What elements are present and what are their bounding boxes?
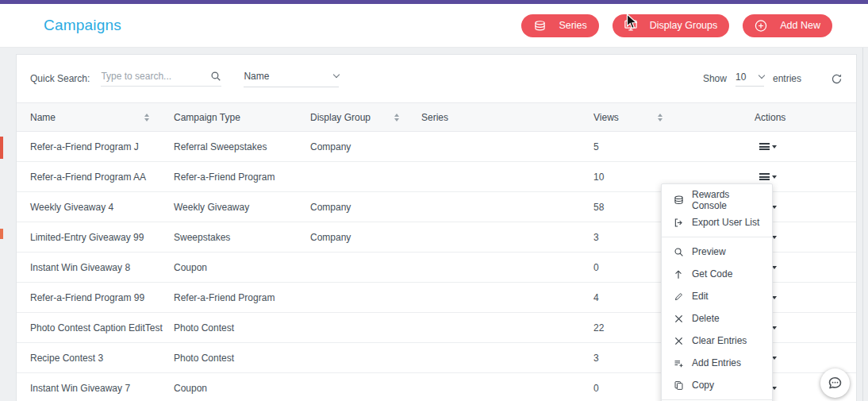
menu-item-rewards-console[interactable]: Rewards Console xyxy=(662,189,772,211)
search-icon[interactable] xyxy=(210,71,221,82)
edit-pencil-icon xyxy=(672,291,685,302)
menu-item-delete[interactable]: Delete xyxy=(662,307,772,330)
rewards-console-icon xyxy=(672,195,685,205)
series-stack-icon xyxy=(533,21,546,31)
column-header-views[interactable]: Views xyxy=(593,112,755,123)
add-entries-icon xyxy=(672,358,685,368)
quick-search-label: Quick Search: xyxy=(30,73,90,84)
copy-icon xyxy=(672,380,685,391)
hamburger-icon xyxy=(759,173,770,180)
hamburger-icon xyxy=(759,143,770,150)
cell-name: Refer-a-Friend Program 99 xyxy=(30,292,174,303)
series-button[interactable]: Series xyxy=(521,14,598,37)
series-button-label: Series xyxy=(559,20,586,31)
page-size-cluster: Show 10 entries xyxy=(703,71,843,87)
menu-item-copy[interactable]: Copy xyxy=(662,374,772,396)
table-toolbar: Quick Search: Name Show 10 entries xyxy=(17,55,856,102)
row-actions-menu-button[interactable] xyxy=(759,143,777,150)
column-header-name[interactable]: Name xyxy=(30,112,174,123)
menu-item-add-entries[interactable]: Add Entries xyxy=(662,352,772,374)
sort-icon[interactable] xyxy=(144,114,149,121)
page-size-select[interactable]: 10 xyxy=(735,71,764,87)
cell-campaign-type: Referral Sweepstakes xyxy=(174,141,310,152)
search-input[interactable] xyxy=(101,71,210,82)
menu-divider xyxy=(662,237,772,237)
menu-divider xyxy=(662,399,772,400)
column-header-actions: Actions xyxy=(755,112,856,123)
app-header: Campaigns Series Display Groups Add New xyxy=(0,4,868,48)
cell-display-group: Company xyxy=(310,202,421,213)
cell-name: Refer-a-Friend Program AA xyxy=(30,172,174,183)
cell-campaign-type: Photo Contest xyxy=(174,322,310,334)
caret-down-icon xyxy=(772,145,777,148)
row-actions-menu: Rewards Console Export User List Preview… xyxy=(661,183,773,401)
display-monitor-icon xyxy=(624,20,637,31)
menu-item-export-user-list[interactable]: Export User List xyxy=(662,211,772,233)
column-header-series: Series xyxy=(421,112,593,123)
add-new-button[interactable]: Add New xyxy=(743,14,832,37)
cell-campaign-type: Weekly Giveaway xyxy=(174,202,310,213)
cell-campaign-type: Coupon xyxy=(174,262,310,273)
refresh-icon[interactable] xyxy=(831,73,843,85)
cell-campaign-type: Refer-a-Friend Program xyxy=(174,292,310,303)
sort-icon[interactable] xyxy=(658,114,663,121)
menu-item-edit[interactable]: Edit xyxy=(662,285,772,307)
table-header-row: Name Campaign Type Display Group Series … xyxy=(17,102,856,132)
cell-display-group: Company xyxy=(310,141,421,152)
table-row: Refer-a-Friend Program J Referral Sweeps… xyxy=(17,132,856,162)
sort-icon[interactable] xyxy=(394,114,399,121)
cell-name: Limited-Entry Giveaway 99 xyxy=(30,232,174,243)
edge-marker xyxy=(0,229,3,239)
cell-name: Instant Win Giveaway 7 xyxy=(30,383,174,394)
chevron-down-icon xyxy=(333,71,340,78)
scrollbar-track xyxy=(862,48,863,401)
menu-item-clear-entries[interactable]: Clear Entries xyxy=(662,330,772,352)
quick-search-wrap xyxy=(101,71,221,87)
chat-bubble-icon xyxy=(827,375,843,391)
preview-magnifier-icon xyxy=(672,247,685,257)
header-actions: Series Display Groups Add New xyxy=(521,14,832,37)
export-user-list-icon xyxy=(672,218,685,228)
page-size-selected: 10 xyxy=(735,71,746,83)
edge-marker xyxy=(0,137,3,159)
cell-views: 10 xyxy=(593,172,755,183)
cell-name: Refer-a-Friend Program J xyxy=(30,141,174,152)
chevron-down-icon xyxy=(759,72,765,79)
filter-column-selected: Name xyxy=(244,71,269,82)
cell-name: Recipe Contest 3 xyxy=(30,353,174,364)
get-code-arrow-icon xyxy=(672,269,685,280)
cell-campaign-type: Coupon xyxy=(174,383,310,394)
menu-item-get-code[interactable]: Get Code xyxy=(662,263,772,285)
menu-item-preview[interactable]: Preview xyxy=(662,241,772,263)
show-label: Show xyxy=(703,73,727,84)
filter-column-select[interactable]: Name xyxy=(244,71,339,87)
row-actions-menu-button[interactable] xyxy=(759,173,777,180)
cell-campaign-type: Refer-a-Friend Program xyxy=(174,172,310,183)
plus-circle-icon xyxy=(755,19,767,33)
column-header-campaign-type: Campaign Type xyxy=(174,112,310,123)
add-new-button-label: Add New xyxy=(780,20,820,31)
cell-name: Photo Contest Caption EditTest xyxy=(30,322,174,334)
column-header-display-group[interactable]: Display Group xyxy=(310,112,421,123)
cell-display-group: Company xyxy=(310,232,421,243)
cell-views: 5 xyxy=(593,141,755,152)
entries-label: entries xyxy=(773,73,801,84)
display-groups-button-label: Display Groups xyxy=(650,20,717,31)
chat-launcher-button[interactable] xyxy=(820,368,850,398)
cell-campaign-type: Sweepstakes xyxy=(174,232,310,243)
cell-campaign-type: Photo Contest xyxy=(174,353,310,364)
delete-x-icon xyxy=(672,314,685,323)
page-title: Campaigns xyxy=(44,17,121,34)
clear-entries-x-icon xyxy=(672,337,685,345)
display-groups-button[interactable]: Display Groups xyxy=(613,14,729,37)
caret-down-icon xyxy=(772,175,777,179)
cell-name: Instant Win Giveaway 8 xyxy=(30,262,174,273)
cell-name: Weekly Giveaway 4 xyxy=(30,202,174,213)
